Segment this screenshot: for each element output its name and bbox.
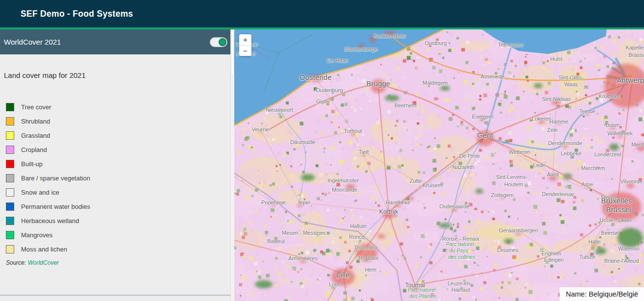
source-line: Source: WorldCover [6,259,234,266]
toggle-knob-icon [219,38,226,46]
layer-description: Land cover map for 2021 [4,71,234,79]
sidebar: WorldCover 2021 Land cover map for 2021 … [0,29,234,301]
legend-item: Mangroves [4,228,234,242]
map[interactable]: VlaamseBankenKnokke-HeistOostburgTerneuz… [234,29,644,301]
legend-item: Tree cover [4,100,234,114]
legend-label: Mangroves [21,231,52,239]
legend-swatch [6,174,14,182]
map-canvas[interactable] [234,29,644,301]
legend-swatch [6,231,14,239]
legend-swatch [6,160,14,168]
sidebar-scrollbar-thumb[interactable] [231,29,234,76]
legend-item: Snow and ice [4,185,234,200]
source-link[interactable]: WorldCover [28,259,59,266]
legend-swatch [6,146,14,154]
legend-label: Snow and ice [21,189,59,196]
legend-swatch [6,131,14,140]
legend-label: Bare / sparse vegetation [21,175,90,182]
legend-item: Herbaceous wetland [4,214,234,228]
zoom-in-button[interactable]: + [239,34,251,45]
sidebar-scrollbar[interactable] [230,29,234,301]
layer-panel-header: WorldCover 2021 [0,29,234,54]
legend-item: Permanent water bodies [4,200,234,214]
legend-swatch [6,188,14,197]
legend-label: Cropland [21,146,47,153]
legend-item: Moss and lichen [4,242,234,256]
legend-swatch [6,202,14,211]
source-prefix: Source: [6,259,26,266]
app-window: SEF Demo - Food Systems WorldCover 2021 … [0,0,644,301]
layer-toggle[interactable] [210,37,227,47]
app-header: SEF Demo - Food Systems [0,0,644,29]
opacity-section: Opacity [0,295,234,301]
legend-item: Grassland [4,128,234,143]
legend-item: Built-up [4,157,234,171]
zoom-control: + − [239,34,251,56]
legend-label: Shrubland [21,118,50,125]
legend-label: Grassland [21,132,50,139]
layer-title: WorldCover 2021 [4,38,61,46]
legend-item: Shrubland [4,114,234,128]
legend-swatch [6,103,14,111]
legend-swatch [6,217,14,225]
zoom-out-button[interactable]: − [239,45,251,56]
legend-label: Herbaceous wetland [21,217,79,225]
legend: Tree cover Shrubland Grassland Cropland … [4,100,234,256]
legend-label: Moss and lichen [21,246,67,253]
app-title: SEF Demo - Food Systems [21,9,133,19]
legend-swatch [6,117,14,125]
legend-item: Bare / sparse vegetation [4,171,234,185]
legend-swatch [6,245,14,253]
legend-label: Permanent water bodies [21,203,90,210]
legend-label: Built-up [21,160,43,168]
legend-item: Cropland [4,143,234,157]
map-info-box: Name: Belgique/België [560,287,644,301]
legend-label: Tree cover [21,103,51,111]
